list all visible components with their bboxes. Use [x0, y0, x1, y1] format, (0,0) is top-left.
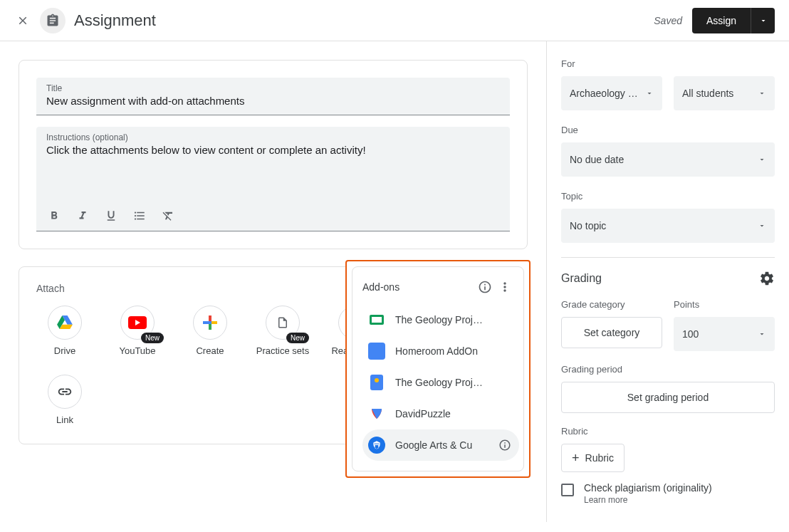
header: Assignment Saved Assign — [0, 0, 789, 41]
attach-link[interactable]: Link — [36, 375, 93, 427]
addons-list[interactable]: The Geology Proj… Homeroom AddOn The Geo… — [362, 304, 519, 461]
attach-card: Attach Drive New YouTube Create New Prac… — [19, 266, 528, 444]
practice-icon — [276, 315, 289, 330]
saved-status: Saved — [654, 15, 682, 26]
svg-rect-3 — [209, 315, 211, 321]
content-card: Title New assignment with add-on attachm… — [19, 60, 528, 249]
instructions-value[interactable]: Click the attachments below to view cont… — [46, 144, 500, 158]
bold-button[interactable] — [46, 208, 62, 224]
grading-period-label: Grading period — [561, 364, 775, 375]
addon-icon — [368, 437, 385, 454]
attach-practice-sets[interactable]: New Practice sets — [254, 306, 311, 358]
list-button[interactable] — [132, 208, 147, 224]
title-value[interactable]: New assignment with add-on attachments — [46, 95, 500, 109]
addon-label: Homeroom AddOn — [395, 345, 513, 357]
grading-heading: Grading — [561, 271, 775, 286]
points-select[interactable]: 100 — [674, 317, 775, 351]
gear-icon[interactable] — [759, 271, 775, 286]
attach-create[interactable]: Create — [182, 306, 239, 358]
addon-item[interactable]: The Geology Proj… — [362, 304, 519, 335]
create-icon — [203, 315, 217, 330]
link-icon — [57, 384, 73, 400]
class-select[interactable]: Archaeology … — [561, 76, 662, 110]
plagiarism-checkbox[interactable] — [561, 484, 574, 496]
drive-icon — [57, 315, 73, 330]
attach-create-label: Create — [196, 345, 224, 358]
plagiarism-label: Check plagiarism (originality) — [584, 482, 712, 494]
rubric-button[interactable]: + Rubric — [561, 444, 625, 472]
more-icon[interactable] — [495, 277, 515, 297]
info-icon[interactable] — [496, 437, 513, 454]
due-label: Due — [561, 125, 775, 135]
students-value: All students — [682, 88, 758, 99]
attach-youtube[interactable]: New YouTube — [109, 306, 166, 358]
attach-practice-label: Practice sets — [256, 345, 309, 358]
topic-select[interactable]: No topic — [561, 209, 775, 243]
addon-icon — [368, 343, 385, 360]
attach-drive-label: Drive — [54, 345, 75, 358]
youtube-icon — [128, 316, 147, 329]
addon-icon — [368, 311, 385, 328]
addon-icon — [368, 374, 385, 391]
new-badge: New — [286, 333, 309, 343]
set-category-button[interactable]: Set category — [561, 317, 662, 348]
format-toolbar — [36, 201, 510, 231]
points-value: 100 — [682, 328, 758, 340]
chevron-down-icon — [758, 330, 766, 338]
addon-label: DavidPuzzle — [395, 408, 513, 419]
svg-point-8 — [375, 378, 379, 382]
svg-rect-6 — [372, 317, 382, 323]
addon-item[interactable]: The Geology Proj… — [362, 367, 519, 398]
assign-dropdown[interactable] — [751, 8, 775, 33]
addon-icon — [368, 405, 385, 422]
page-title: Assignment — [74, 11, 156, 30]
italic-button[interactable] — [75, 208, 90, 224]
chevron-down-icon — [758, 89, 766, 98]
attach-drive[interactable]: Drive — [36, 306, 93, 358]
rubric-label: Rubric — [561, 426, 775, 437]
main-panel: Title New assignment with add-on attachm… — [0, 41, 547, 522]
due-value: No due date — [570, 154, 758, 165]
for-label: For — [561, 58, 775, 69]
title-label: Title — [46, 83, 500, 93]
assignment-icon — [40, 8, 66, 33]
new-badge: New — [141, 333, 164, 343]
due-select[interactable]: No due date — [561, 142, 775, 177]
points-label: Points — [674, 299, 775, 310]
plus-icon: + — [572, 451, 580, 466]
grade-category-label: Grade category — [561, 299, 662, 310]
instructions-label: Instructions (optional) — [46, 132, 500, 142]
chevron-down-icon — [758, 221, 766, 230]
class-value: Archaeology … — [570, 88, 645, 99]
underline-button[interactable] — [103, 208, 119, 224]
sidebar: For Archaeology … All students Due No du… — [547, 41, 789, 522]
addon-label: Google Arts & Cu — [395, 439, 496, 451]
instructions-field[interactable]: Instructions (optional) Click the attach… — [36, 127, 510, 231]
students-select[interactable]: All students — [674, 76, 775, 110]
set-grading-period-button[interactable]: Set grading period — [561, 382, 775, 413]
learn-more-link[interactable]: Learn more — [584, 495, 712, 505]
attach-youtube-label: YouTube — [119, 345, 155, 358]
topic-value: No topic — [570, 220, 758, 231]
close-icon[interactable] — [14, 12, 31, 29]
topic-label: Topic — [561, 191, 775, 202]
chevron-down-icon — [758, 155, 766, 164]
addon-item[interactable]: DavidPuzzle — [362, 398, 519, 429]
assign-button[interactable]: Assign — [692, 8, 751, 33]
clear-format-button[interactable] — [160, 208, 176, 224]
addons-heading: Add-ons — [362, 281, 475, 293]
chevron-down-icon — [645, 89, 654, 98]
addon-item[interactable]: Google Arts & Cu — [362, 429, 519, 461]
addon-label: The Geology Proj… — [395, 377, 513, 388]
info-icon[interactable] — [475, 277, 495, 297]
addon-label: The Geology Proj… — [395, 314, 513, 325]
title-field[interactable]: Title New assignment with add-on attachm… — [36, 78, 510, 115]
svg-rect-4 — [211, 321, 217, 324]
attach-link-label: Link — [56, 414, 73, 427]
addons-panel: Add-ons The Geology Proj… Homeroom AddOn — [345, 260, 531, 478]
addon-item[interactable]: Homeroom AddOn — [362, 335, 519, 367]
